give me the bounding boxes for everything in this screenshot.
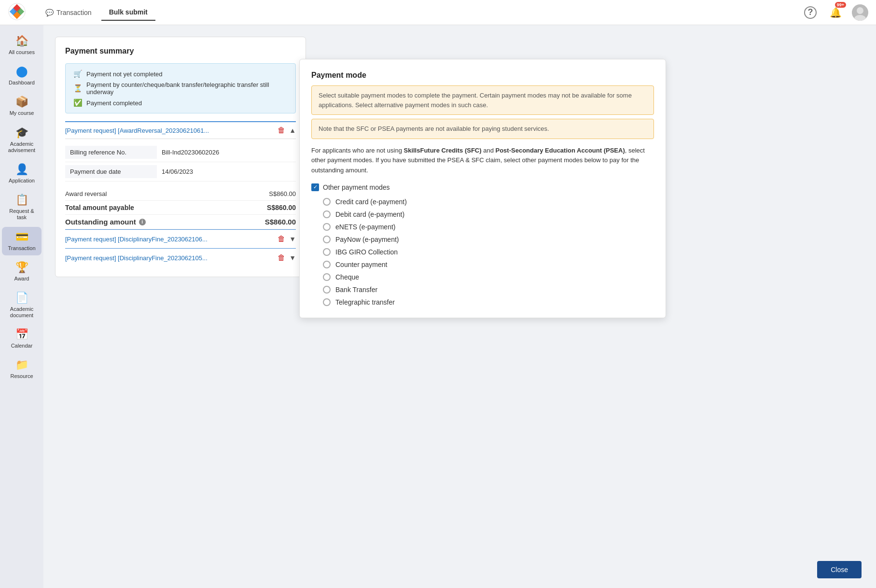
- sidebar-item-application[interactable]: 👤 Application: [2, 159, 42, 188]
- close-button[interactable]: Close: [817, 561, 862, 578]
- sidebar-item-dashboard[interactable]: ⬤ Dashboard: [2, 61, 42, 90]
- payment-request-row-1[interactable]: [Payment request] [AwardReversal_2023062…: [65, 121, 296, 139]
- radio-label-telegraphic: Telegraphic transfer: [335, 298, 395, 306]
- status-not-completed: 🛒 Payment not yet completed: [73, 70, 288, 78]
- status-not-completed-text: Payment not yet completed: [86, 70, 163, 78]
- sidebar-item-academic-document[interactable]: 📄 Academic document: [2, 288, 42, 322]
- radio-btn-debit-card[interactable]: [323, 210, 331, 218]
- payment-summary-panel: Payment summary 🛒 Payment not yet comple…: [55, 37, 306, 277]
- sidebar-item-calendar[interactable]: 📅 Calendar: [2, 324, 42, 353]
- dashboard-icon: ⬤: [16, 65, 28, 78]
- payment-request-link-2: [Payment request] [DisciplinaryFine_2023…: [65, 236, 278, 243]
- radio-btn-ibg-giro[interactable]: [323, 248, 331, 256]
- chat-icon: 💬: [45, 9, 54, 16]
- payment-request-row-2[interactable]: [Payment request] [DisciplinaryFine_2023…: [65, 229, 296, 248]
- sidebar-item-request-task[interactable]: 📋 Request & task: [2, 190, 42, 224]
- status-underway-text: Payment by counter/cheque/bank transfer/…: [86, 81, 288, 96]
- sidebar-label-transaction: Transaction: [8, 245, 35, 252]
- billing-due-date-label: Payment due date: [65, 165, 157, 178]
- radio-label-bank-transfer: Bank Transfer: [335, 286, 377, 294]
- payment-mode-description: For applicants who are not using SkillsF…: [311, 146, 654, 176]
- status-legend: 🛒 Payment not yet completed ⏳ Payment by…: [65, 63, 296, 113]
- status-underway: ⏳ Payment by counter/cheque/bank transfe…: [73, 81, 288, 96]
- warning-text-2: Note that the SFC or PSEA payments are n…: [319, 125, 549, 132]
- cart-icon: 🛒: [73, 70, 83, 78]
- avatar[interactable]: [852, 4, 868, 21]
- content-area: Payment summary 🛒 Payment not yet comple…: [43, 25, 876, 588]
- sidebar-item-all-courses[interactable]: 🏠 All courses: [2, 31, 42, 59]
- payment-request-row-3[interactable]: [Payment request] [DisciplinaryFine_2023…: [65, 248, 296, 267]
- award-reversal-row: Award reversal S$860.00: [65, 187, 296, 201]
- application-icon: 👤: [15, 163, 28, 176]
- app-logo[interactable]: [8, 2, 26, 22]
- radio-ibg-giro[interactable]: IBG GIRO Collection: [323, 248, 654, 256]
- main-layout: 🏠 All courses ⬤ Dashboard 📦 My course 🎓 …: [0, 25, 876, 588]
- award-icon: 🏆: [15, 261, 28, 274]
- billing-reference-value: Bill-Ind20230602026: [157, 146, 224, 159]
- billing-due-date-value: 14/06/2023: [157, 165, 198, 178]
- top-navigation: 💬 Transaction Bulk submit ? 🔔 99+: [0, 0, 876, 25]
- info-icon[interactable]: i: [139, 219, 146, 225]
- tab-bulk-submit[interactable]: Bulk submit: [101, 4, 155, 21]
- radio-btn-paynow[interactable]: [323, 236, 331, 243]
- radio-label-paynow: PayNow (e-payment): [335, 236, 399, 243]
- radio-label-ibg-giro: IBG GIRO Collection: [335, 248, 398, 256]
- radio-btn-credit-card[interactable]: [323, 198, 331, 206]
- radio-btn-telegraphic[interactable]: [323, 298, 331, 306]
- radio-btn-bank-transfer[interactable]: [323, 286, 331, 294]
- help-button[interactable]: ?: [802, 4, 819, 21]
- delete-icon-1[interactable]: 🗑: [278, 126, 285, 135]
- sidebar-item-academic-advisement[interactable]: 🎓 Academic advisement: [2, 123, 42, 157]
- radio-cheque[interactable]: Cheque: [323, 273, 654, 281]
- radio-paynow[interactable]: PayNow (e-payment): [323, 236, 654, 243]
- radio-enets[interactable]: eNETS (e-payment): [323, 223, 654, 231]
- sidebar-item-transaction[interactable]: 💳 Transaction: [2, 227, 42, 255]
- academic-document-icon: 📄: [15, 292, 28, 304]
- radio-telegraphic[interactable]: Telegraphic transfer: [323, 298, 654, 306]
- chevron-down-icon-2[interactable]: ▼: [289, 235, 296, 243]
- check-circle-icon: ✅: [73, 98, 83, 107]
- hourglass-icon: ⏳: [73, 84, 83, 93]
- sidebar-label-all-courses: All courses: [9, 49, 35, 56]
- radio-credit-card[interactable]: Credit card (e-payment): [323, 198, 654, 206]
- total-amount-value: S$860.00: [267, 204, 296, 211]
- help-icon: ?: [804, 6, 817, 19]
- sidebar-item-my-course[interactable]: 📦 My course: [2, 92, 42, 120]
- chevron-up-icon-1[interactable]: ▲: [289, 126, 296, 134]
- warning-box-2: Note that the SFC or PSEA payments are n…: [311, 119, 654, 139]
- billing-reference-label: Billing reference No.: [65, 146, 157, 159]
- outstanding-amount-value: S$860.00: [265, 218, 296, 226]
- sidebar-item-award[interactable]: 🏆 Award: [2, 257, 42, 286]
- award-reversal-label: Award reversal: [65, 190, 107, 197]
- sidebar-label-application: Application: [9, 178, 35, 184]
- radio-debit-card[interactable]: Debit card (e-payment): [323, 210, 654, 218]
- warning-box-1: Select suitable payment modes to complet…: [311, 85, 654, 115]
- radio-bank-transfer[interactable]: Bank Transfer: [323, 286, 654, 294]
- radio-counter[interactable]: Counter payment: [323, 261, 654, 268]
- tab-transaction-label: Transaction: [56, 9, 92, 16]
- other-payment-checkbox-row[interactable]: Other payment modes: [311, 183, 654, 191]
- sidebar-item-resource[interactable]: 📁 Resource: [2, 355, 42, 383]
- other-payment-checkbox[interactable]: [311, 183, 319, 191]
- total-amount-label: Total amount payable: [65, 204, 134, 211]
- radio-btn-cheque[interactable]: [323, 273, 331, 281]
- outstanding-amount-label: Outstanding amount: [65, 218, 136, 226]
- radio-btn-counter[interactable]: [323, 261, 331, 268]
- tab-bulk-submit-label: Bulk submit: [109, 8, 148, 16]
- radio-label-debit-card: Debit card (e-payment): [335, 210, 404, 218]
- payment-mode-title: Payment mode: [311, 71, 654, 80]
- delete-icon-3[interactable]: 🗑: [278, 253, 285, 262]
- sidebar-label-dashboard: Dashboard: [9, 80, 35, 86]
- radio-btn-enets[interactable]: [323, 223, 331, 231]
- radio-label-cheque: Cheque: [335, 273, 359, 281]
- radio-label-counter: Counter payment: [335, 261, 387, 268]
- tab-transaction[interactable]: 💬 Transaction: [38, 4, 99, 21]
- delete-icon-2[interactable]: 🗑: [278, 235, 285, 243]
- chevron-down-icon-3[interactable]: ▼: [289, 254, 296, 262]
- svg-point-2: [857, 7, 863, 14]
- notification-button[interactable]: 🔔 99+: [827, 4, 844, 21]
- sidebar-label-resource: Resource: [10, 373, 33, 379]
- outstanding-amount-row: Outstanding amount i S$860.00: [65, 215, 296, 229]
- billing-section: Billing reference No. Bill-Ind2023060202…: [65, 143, 296, 182]
- payment-request-link-1: [Payment request] [AwardReversal_2023062…: [65, 127, 278, 134]
